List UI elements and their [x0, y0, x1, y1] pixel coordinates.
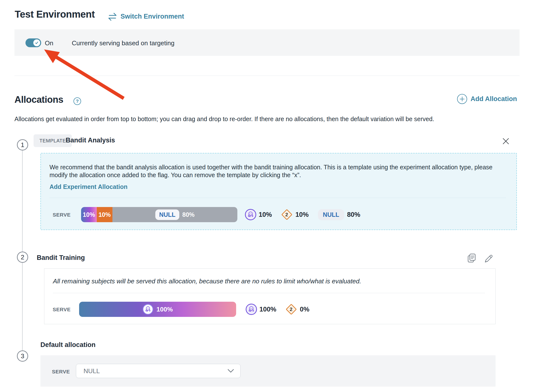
allocation-2-serve-bar: 100% [79, 302, 236, 317]
switch-environment-link[interactable]: Switch Environment [107, 12, 184, 21]
allocation-2-title: Bandit Training [37, 254, 85, 262]
serve-segment-null: NULL 80% [112, 207, 237, 222]
copy-icon [467, 253, 477, 263]
serve-bar-percent: 100% [157, 306, 173, 313]
add-allocation-label: Add Allocation [471, 95, 517, 103]
serve-label-2: SERVE [53, 307, 71, 312]
serve-label-3: SERVE [52, 369, 70, 375]
allocation-1-title: Bandit Analysis [66, 137, 115, 144]
allocation-2-legend: 100% 2 0% [246, 302, 309, 317]
page-title: Test Environment [15, 9, 95, 20]
step-number-3: 3 [17, 350, 28, 362]
template-note: We recommend that the bandit analysis al… [49, 163, 510, 179]
edit-allocation-button[interactable] [484, 254, 494, 264]
null-percent: 80% [347, 211, 360, 219]
flag-environment-page: Test Environment Switch Environment On C… [0, 0, 534, 392]
octopus-percent: 10% [259, 211, 272, 219]
diamond-percent: 10% [295, 211, 309, 219]
toggle-knob [33, 39, 40, 46]
swap-arrows-icon [107, 12, 118, 21]
default-variation-dropdown[interactable]: NULL [76, 364, 241, 378]
allocations-description: Allocations get evaluated in order from … [14, 115, 480, 123]
serve-segment-orange: 10% [97, 207, 112, 222]
duplicate-allocation-button[interactable] [467, 253, 477, 263]
section-divider [14, 76, 520, 76]
chevron-down-icon [228, 369, 234, 373]
bandit-octopus-icon [245, 209, 256, 220]
plus-icon [457, 94, 467, 104]
allocation-2-note: All remaining subjects will be served th… [53, 277, 361, 285]
close-icon [501, 137, 510, 146]
octopus-percent: 100% [259, 306, 276, 313]
variant-diamond-icon: 2 [286, 304, 297, 315]
null-badge: NULL [155, 209, 180, 220]
serve-segment-gradient: 10% [81, 207, 97, 222]
dropdown-value: NULL [84, 367, 100, 375]
environment-status-text: Currently serving based on targeting [72, 39, 174, 47]
environment-status-bar: On Currently serving based on targeting [14, 29, 520, 56]
panel-divider [53, 293, 485, 293]
check-icon [35, 41, 39, 45]
step-number-1: 1 [17, 139, 28, 150]
diamond-percent: 0% [300, 306, 309, 313]
variant-diamond-icon: 2 [281, 209, 292, 220]
step-number-2: 2 [17, 252, 28, 263]
help-icon[interactable]: ? [73, 97, 81, 105]
allocation-3-title: Default allocation [40, 341, 96, 349]
allocations-title: Allocations [14, 94, 63, 105]
null-legend-pill: NULL [318, 209, 344, 220]
toggle-state-label: On [45, 39, 53, 47]
step-rail [22, 145, 23, 357]
null-segment-percent: 80% [182, 211, 194, 218]
panel-divider [49, 198, 506, 198]
allocation-1-legend: 10% 2 10% NULL 80% [245, 207, 360, 222]
serve-label-1: SERVE [53, 212, 71, 218]
switch-environment-label: Switch Environment [121, 13, 184, 20]
remove-template-button[interactable] [501, 137, 510, 146]
bandit-octopus-icon [143, 304, 153, 315]
edit-pencil-icon [484, 254, 494, 264]
bandit-octopus-icon [246, 304, 257, 315]
add-experiment-allocation-link[interactable]: Add Experiment Allocation [49, 183, 128, 190]
add-allocation-button[interactable]: Add Allocation [457, 94, 517, 104]
allocation-1-serve-bar: 10% 10% NULL 80% [81, 207, 237, 222]
environment-toggle[interactable] [25, 38, 41, 47]
